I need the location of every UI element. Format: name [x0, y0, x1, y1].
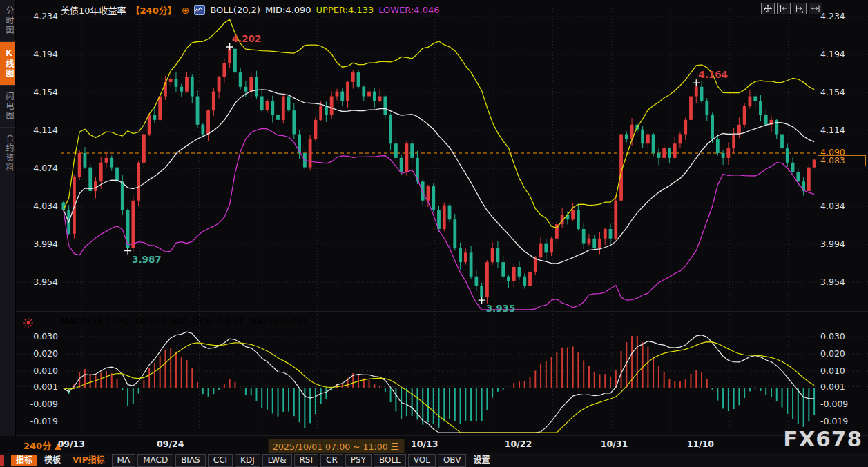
chart-tool-icons: [761, 3, 822, 14]
indicator-alert-icon[interactable]: [23, 317, 34, 331]
sidebar-tab-1[interactable]: K线图: [0, 42, 15, 86]
y-axis-label-right: 3.954: [820, 277, 866, 287]
y-axis-label-left: 4.234: [17, 12, 58, 21]
macd-label: MACD(26,12,9): [61, 316, 129, 326]
grid-lines: [15, 6, 868, 435]
y-axis-label-left: 4.114: [17, 126, 58, 135]
toolbar-button-5[interactable]: BIAS: [175, 454, 206, 467]
toolbar-button-13[interactable]: VOL: [408, 454, 436, 467]
y-axis-label-left: 4.194: [17, 50, 58, 59]
macd-dea-value: DEA:-0.007: [193, 316, 243, 326]
macd-diff-value: DIFF:-0.007: [135, 316, 186, 326]
boll-lower-value: LOWER:4.046: [378, 5, 439, 15]
chart-canvas[interactable]: 4.2023.9873.9354.164: [0, 0, 868, 436]
macd-axis-label-left: -0.009: [17, 399, 58, 409]
boll-mid-value: MID:4.090: [265, 5, 311, 15]
y-axis-label-right: 4.234: [820, 12, 866, 21]
macd-axis-label-right: -0.019: [820, 417, 866, 426]
toolbar-button-3[interactable]: MA: [112, 454, 136, 467]
time-axis-row: 240分 ▲ 09/1309/242025/10/01 07:00 ~ 11:0…: [0, 436, 868, 453]
toolbar-button-2[interactable]: VIP指标: [68, 455, 110, 466]
y-axis-label-right: 4.194: [820, 50, 866, 59]
y-axis-label-left: 3.994: [17, 239, 58, 249]
y-axis-label-right: 3.994: [820, 239, 866, 249]
date-tick: 11/10: [687, 439, 714, 449]
y-axis-label-right: 4.114: [820, 126, 866, 135]
y-axis-label-left: 4.074: [17, 163, 58, 173]
date-tick: 09/24: [157, 439, 184, 449]
boll-upper-line: [64, 19, 814, 228]
toolbar-button-12[interactable]: BOLL: [374, 454, 406, 467]
chart-header: 美债10年收益率 【240分】 ⊕ BOLL(20,2) MID:4.090 U…: [61, 3, 440, 17]
toolbar-red-marker: [0, 455, 4, 466]
chart-app-window: 4.2023.9873.9354.164 分时图K线图闪电图合约资料 美债10年…: [0, 0, 868, 467]
selected-bar-datetime: 2025/10/01 07:00 ~ 11:00 三: [268, 439, 404, 453]
extreme-cross-marker: [479, 297, 485, 304]
bollinger-bands: [64, 19, 814, 310]
macd-axis-label-right: 0.001: [820, 382, 866, 392]
toolbar-button-11[interactable]: PSY: [345, 454, 372, 467]
date-tick: 10/31: [601, 439, 628, 449]
add-indicator-icon[interactable]: ⊕: [182, 5, 190, 16]
compress-left-icon[interactable]: [777, 3, 791, 14]
instrument-title: 美债10年收益率: [61, 3, 126, 17]
watermark: FX678: [783, 426, 862, 451]
toolbar-button-15[interactable]: 设置: [468, 455, 494, 466]
pan-icon[interactable]: [761, 3, 775, 14]
toolbar-button-4[interactable]: MACD: [137, 454, 173, 467]
sidebar-tab-3[interactable]: 合约资料: [0, 128, 15, 179]
macd-axis-label-left: -0.019: [17, 417, 58, 426]
extreme-cross-marker: [226, 43, 233, 50]
toolbar-button-0[interactable]: 指标: [11, 455, 37, 466]
extreme-cross-marker: [693, 79, 700, 86]
macd-axis-label-right: 0.030: [820, 332, 866, 341]
extreme-price-label: 3.987: [132, 254, 162, 265]
period-tag: 【240分】: [131, 3, 177, 17]
toolbar-button-9[interactable]: RSI: [294, 454, 319, 467]
y-axis-label-left: 4.154: [17, 88, 58, 97]
toolbar-button-10[interactable]: CR: [320, 454, 343, 467]
macd-axis-label-left: 0.020: [17, 349, 58, 359]
macd-histogram: [64, 336, 814, 428]
toolbar-button-7[interactable]: KDJ: [235, 454, 260, 467]
macd-axis-label-right: -0.009: [820, 399, 866, 409]
date-tick: 10/22: [505, 439, 532, 449]
macd-macd-value: MACD:-0.001: [249, 316, 308, 326]
compress-right-icon[interactable]: [793, 3, 807, 14]
extreme-annotations: 4.2023.9873.9354.164: [124, 33, 728, 314]
sidebar: 分时图K线图闪电图合约资料: [0, 0, 16, 436]
extreme-cross-marker: [124, 248, 131, 255]
y-axis-label-right: 4.034: [820, 201, 866, 211]
macd-axis-label-left: 0.001: [17, 382, 58, 392]
indicator-toolbar: 指标模板VIP指标MAMACDBIASCCIKDJLW&RSICRPSYBOLL…: [0, 453, 868, 467]
toolbar-button-8[interactable]: LW&: [262, 454, 292, 467]
boll-label: BOLL(20,2): [210, 5, 260, 15]
extreme-price-label: 3.935: [486, 303, 516, 314]
date-tick: 10/13: [411, 439, 438, 449]
toolbar-button-1[interactable]: 模板: [39, 455, 66, 466]
macd-header: MACD(26,12,9) DIFF:-0.007 DEA:-0.007 MAC…: [61, 316, 308, 326]
period-selector[interactable]: 240分 ▲: [23, 439, 61, 452]
boll-upper-value: UPPER:4.133: [316, 5, 374, 15]
candlesticks: [61, 47, 816, 304]
extreme-price-label: 4.202: [232, 33, 262, 44]
y-axis-label-right: 4.154: [820, 88, 866, 97]
macd-axis-label-right: 0.020: [820, 349, 866, 359]
sidebar-tab-0[interactable]: 分时图: [0, 0, 15, 42]
macd-axis-label-left: 0.030: [17, 332, 58, 341]
y-axis-label-left: 4.034: [17, 201, 58, 211]
y-axis-label-left: 3.954: [17, 277, 58, 287]
sidebar-tab-2[interactable]: 闪电图: [0, 86, 15, 128]
mini-chart-icon[interactable]: [194, 5, 205, 15]
toolbar-button-6[interactable]: CCI: [208, 454, 233, 467]
toolbar-button-14[interactable]: OBV: [438, 454, 467, 467]
macd-axis-label-left: 0.010: [17, 366, 58, 376]
date-tick: 09/13: [58, 439, 85, 449]
last-price-badge: 4.083: [818, 155, 866, 166]
shift-right-icon[interactable]: [809, 3, 822, 14]
extreme-price-label: 4.164: [698, 69, 728, 80]
macd-axis-label-right: 0.010: [820, 366, 866, 376]
